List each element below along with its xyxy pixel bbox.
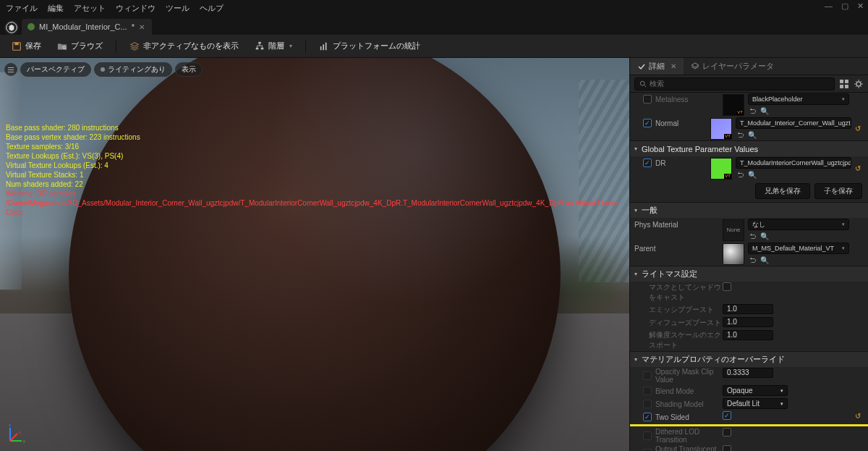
menu-window[interactable]: ウィンドウ	[116, 3, 156, 14]
close-icon[interactable]: ✕	[857, 1, 864, 11]
tab-details[interactable]: 詳細 ✕	[630, 58, 684, 75]
reset-icon[interactable]: ↺	[855, 412, 861, 420]
svg-text:z: z	[9, 423, 11, 427]
section-global-texture-params[interactable]: ▾ Global Texture Parameter Values	[630, 140, 868, 156]
metalness-override-checkbox[interactable]	[643, 95, 652, 104]
layers-icon	[691, 62, 699, 71]
opacity-label: Opacity Mask Clip Value	[655, 368, 723, 384]
normal-override-checkbox[interactable]	[643, 119, 652, 127]
save-child-button[interactable]: 子を保存	[814, 183, 862, 199]
material-instance-icon	[27, 23, 35, 30]
platform-stats-button[interactable]: プラットフォームの統計	[313, 38, 426, 54]
browse-button[interactable]: ブラウズ	[51, 38, 109, 54]
export-res-input[interactable]: 1.0	[723, 330, 773, 340]
section-material-override[interactable]: ▾ マテリアルプロパティのオーバーライド	[630, 351, 868, 367]
two-sided-checkbox[interactable]	[723, 411, 731, 420]
browse-icon[interactable]: 🔍	[747, 130, 757, 140]
phys-material-thumb[interactable]: None	[723, 219, 744, 241]
two-sided-override-checkbox[interactable]	[643, 413, 652, 421]
metalness-thumb[interactable]: VT	[723, 94, 744, 116]
search-input[interactable]	[634, 77, 835, 90]
viewport-options-button[interactable]	[4, 63, 17, 76]
browse-icon[interactable]: 🔍	[760, 106, 769, 116]
section-general[interactable]: ▾ 一般	[630, 202, 868, 218]
diffuse-boost-input[interactable]: 1.0	[723, 317, 773, 327]
dr-asset-combo[interactable]: T_ModularInteriorCornerWall_ugztcjpdw▾	[736, 157, 851, 169]
maximize-icon[interactable]: ▢	[841, 1, 848, 11]
use-selected-icon[interactable]: ⮌	[736, 130, 745, 140]
lighting-mode-button[interactable]: ライティングあり	[94, 62, 172, 77]
use-selected-icon[interactable]: ⮌	[748, 106, 757, 116]
ue-logo-icon	[4, 20, 19, 35]
output-trans-checkbox[interactable]	[723, 445, 731, 451]
normal-thumb[interactable]: VT	[710, 118, 732, 140]
metalness-asset-combo[interactable]: BlackPlaceholder▾	[748, 93, 849, 105]
viewport-debug-overlay: Base pass shader: 280 instructions Base …	[6, 123, 629, 217]
use-selected-icon[interactable]: ⮌	[748, 256, 757, 265]
triangle-down-icon: ▾	[634, 356, 637, 363]
use-selected-icon[interactable]: ⮌	[736, 170, 745, 180]
normal-asset-combo[interactable]: T_Modular_Interior_Corner_Wall_ugztcjj▾	[736, 117, 851, 129]
triangle-down-icon: ▾	[634, 271, 637, 277]
shading-override-checkbox[interactable]	[643, 400, 652, 408]
chevron-down-icon: ▾	[289, 43, 292, 49]
menu-file[interactable]: ファイル	[6, 3, 38, 14]
dr-thumb[interactable]: VT	[710, 158, 732, 180]
svg-rect-10	[326, 42, 327, 50]
tab-layer-params[interactable]: レイヤーパラメータ	[684, 58, 781, 75]
browse-icon[interactable]: 🔍	[760, 256, 769, 265]
grid-icon[interactable]	[839, 79, 849, 89]
tab-close-icon[interactable]: ✕	[139, 23, 145, 31]
menu-edit[interactable]: 編集	[48, 3, 64, 14]
menu-asset[interactable]: アセット	[74, 3, 106, 14]
reset-icon[interactable]: ↺	[855, 125, 861, 132]
editor-tab[interactable]: MI_Modular_Interior_C... * ✕	[22, 19, 152, 35]
tab-bar: MI_Modular_Interior_C... * ✕	[0, 16, 868, 35]
output-trans-label: Output Translucent Velocity	[655, 445, 723, 451]
dithered-label: Dithered LOD Transition	[655, 428, 723, 444]
dithered-override-checkbox[interactable]	[643, 431, 652, 440]
use-selected-icon[interactable]: ⮌	[748, 232, 757, 241]
svg-text:x: x	[19, 430, 21, 434]
shading-model-combo[interactable]: Default Lit▾	[723, 398, 788, 409]
cast-shadow-checkbox[interactable]	[723, 282, 731, 291]
svg-rect-9	[323, 44, 324, 50]
phys-material-combo[interactable]: なし▾	[748, 219, 849, 230]
parent-thumb[interactable]	[723, 243, 744, 265]
perspective-button[interactable]: パースペクティブ	[20, 62, 91, 77]
emissive-boost-input[interactable]: 1.0	[723, 304, 773, 314]
folder-search-icon	[57, 41, 67, 51]
parent-combo[interactable]: M_MS_Default_Material_VT▾	[748, 243, 849, 254]
svg-rect-7	[261, 47, 264, 49]
menu-tool[interactable]: ツール	[166, 3, 190, 14]
save-siblings-button[interactable]: 兄弟を保存	[755, 183, 810, 199]
show-button[interactable]: 表示	[175, 62, 203, 77]
save-button[interactable]: 保存	[6, 38, 47, 54]
svg-rect-2	[14, 42, 18, 45]
section-lightmass[interactable]: ▾ ライトマス設定	[630, 266, 868, 282]
hierarchy-button[interactable]: 階層 ▾	[249, 38, 298, 54]
export-res-label: 解像度スケールのエクスポート	[649, 330, 723, 350]
minimize-icon[interactable]: —	[825, 1, 833, 11]
tab-close-icon[interactable]: ✕	[671, 62, 676, 70]
opacity-input[interactable]: 0.3333	[723, 368, 773, 378]
svg-line-18	[644, 85, 647, 87]
browse-icon[interactable]: 🔍	[747, 170, 757, 180]
svg-rect-6	[256, 47, 259, 49]
show-inactive-button[interactable]: 非アクティブなものを表示	[124, 38, 244, 54]
blend-override-checkbox[interactable]	[643, 387, 652, 395]
tab-title: MI_Modular_Interior_C...	[39, 22, 127, 31]
hierarchy-icon	[255, 41, 265, 51]
reset-icon[interactable]: ↺	[855, 164, 861, 172]
highlight-line	[630, 424, 868, 426]
opacity-override-checkbox[interactable]	[643, 371, 652, 380]
blend-mode-label: Blend Mode	[655, 387, 694, 395]
browse-icon[interactable]: 🔍	[760, 232, 769, 241]
material-viewport[interactable]: パースペクティブ ライティングあり 表示 Base pass shader: 2…	[0, 58, 629, 451]
blend-mode-combo[interactable]: Opaque▾	[723, 385, 788, 396]
dr-override-checkbox[interactable]	[643, 159, 652, 167]
menu-help[interactable]: ヘルプ	[200, 3, 224, 14]
dithered-checkbox[interactable]	[723, 428, 731, 437]
svg-point-23	[856, 82, 861, 86]
gear-icon[interactable]	[854, 79, 864, 89]
